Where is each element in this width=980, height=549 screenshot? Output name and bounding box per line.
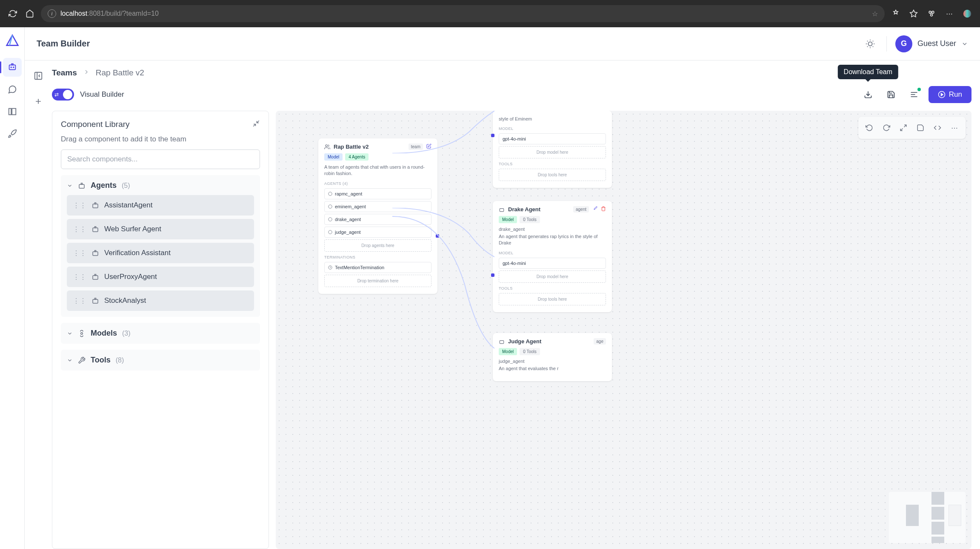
svg-rect-10	[35, 72, 42, 80]
svg-point-6	[13, 67, 14, 68]
breadcrumb: Teams Rap Battle v2	[52, 60, 971, 81]
tools-label: TOOLS	[499, 162, 606, 166]
theme-toggle-icon[interactable]	[863, 36, 878, 52]
agent-item[interactable]: rapmc_agent	[324, 188, 431, 199]
svg-point-28	[329, 230, 332, 234]
canvas-toolbar: ⋯	[858, 117, 966, 139]
drop-model-zone[interactable]: Drop model here	[499, 146, 606, 158]
more-icon[interactable]: ⋯	[943, 8, 955, 20]
drop-agents-zone[interactable]: Drop agents here	[324, 239, 431, 252]
connector[interactable]	[436, 234, 439, 238]
collections-icon[interactable]	[926, 8, 937, 20]
agent-item[interactable]: drake_agent	[324, 214, 431, 225]
browser-chrome: i localhost:8081/build/?teamId=10 ☆ ⋯	[0, 0, 980, 27]
browser-refresh-icon[interactable]	[7, 8, 19, 20]
team-node[interactable]: Rap Battle v2 team Model 4 Agents A team…	[318, 138, 437, 294]
validate-button[interactable]	[906, 86, 923, 103]
robot-icon	[91, 249, 99, 257]
svg-point-5	[11, 67, 11, 68]
left-rail	[0, 27, 25, 549]
toggle-label: Visual Builder	[80, 90, 124, 99]
svg-line-13	[257, 121, 259, 123]
browser-home-icon[interactable]	[24, 8, 36, 20]
node-description: An agent that evaluates the r	[499, 365, 606, 372]
node-title: Rap Battle v2	[334, 144, 369, 150]
copilot-icon[interactable]	[961, 8, 973, 20]
save-button[interactable]	[883, 86, 900, 103]
svg-rect-16	[93, 204, 98, 208]
library-hint: Drag a component to add it to the team	[61, 135, 260, 144]
svg-line-22	[904, 125, 906, 127]
rail-build-icon[interactable]	[3, 58, 22, 77]
run-button[interactable]: Run	[929, 86, 971, 103]
judge-agent-node[interactable]: Judge Agent age Model 0 Tools judge_agen…	[493, 333, 612, 381]
app-logo[interactable]	[4, 32, 21, 49]
chevron-down-icon	[67, 357, 73, 363]
extensions-icon[interactable]	[890, 8, 902, 20]
minimap[interactable]	[889, 492, 966, 543]
drake-agent-node[interactable]: Drake Agent agent Model 0 Tools drake_ag…	[493, 201, 612, 312]
edit-icon[interactable]	[426, 144, 431, 150]
grip-icon: ⋮⋮	[73, 297, 86, 305]
svg-point-0	[929, 11, 931, 13]
sidebar-toggle-icon[interactable]	[31, 68, 46, 83]
favorites-icon[interactable]	[908, 8, 920, 20]
agent-item[interactable]: judge_agent	[324, 227, 431, 238]
library-item[interactable]: ⋮⋮UserProxyAgent	[67, 267, 254, 287]
breadcrumb-current: Rap Battle v2	[96, 68, 144, 78]
connector[interactable]	[491, 134, 494, 137]
fullscreen-icon[interactable]	[896, 120, 911, 135]
delete-icon[interactable]	[601, 206, 606, 213]
termination-item[interactable]: TextMentionTermination	[324, 262, 431, 273]
library-item[interactable]: ⋮⋮Verification Assistant	[67, 243, 254, 263]
svg-rect-30	[500, 208, 503, 211]
svg-rect-4	[9, 65, 15, 70]
collapse-icon[interactable]	[252, 120, 260, 129]
rail-chat-icon[interactable]	[3, 80, 22, 99]
canvas[interactable]: ⋯ Rap Battle v2 team	[276, 111, 971, 549]
url-bar[interactable]: i localhost:8081/build/?teamId=10 ☆	[41, 5, 885, 22]
svg-rect-19	[93, 276, 98, 279]
library-item[interactable]: ⋮⋮AssistantAgent	[67, 195, 254, 216]
search-input[interactable]	[61, 149, 260, 169]
node-description: An agent that generates rap lyrics in th…	[499, 233, 606, 247]
agent-item[interactable]: eminem_agent	[324, 201, 431, 212]
node-description: A team of agents that chat with users in…	[324, 164, 431, 177]
breadcrumb-root[interactable]: Teams	[52, 68, 77, 78]
node-badge: team	[409, 144, 423, 150]
node-badge: agent	[573, 206, 589, 213]
eminem-agent-node[interactable]: style of Eminem MODEL gpt-4o-mini Drop m…	[493, 111, 612, 188]
more-canvas-icon[interactable]: ⋯	[947, 120, 962, 135]
library-item-label: UserProxyAgent	[104, 273, 157, 281]
library-item[interactable]: ⋮⋮Web Surfer Agent	[67, 219, 254, 239]
save-canvas-icon[interactable]	[913, 120, 928, 135]
user-menu[interactable]: G Guest User	[895, 35, 968, 52]
redo-icon[interactable]	[879, 120, 894, 135]
section-header-tools[interactable]: Tools (8)	[67, 356, 254, 365]
drop-tools-zone[interactable]: Drop tools here	[499, 169, 606, 181]
rail-deploy-icon[interactable]	[3, 124, 22, 143]
add-button[interactable]	[31, 94, 46, 109]
library-item[interactable]: ⋮⋮StockAnalyst	[67, 290, 254, 311]
robot-icon	[91, 201, 99, 209]
drop-tools-zone[interactable]: Drop tools here	[499, 293, 606, 305]
visual-builder-toggle[interactable]: ⇄	[52, 89, 74, 101]
rail-gallery-icon[interactable]	[3, 102, 22, 121]
model-item[interactable]: gpt-4o-mini	[499, 258, 606, 269]
svg-rect-31	[500, 340, 503, 343]
section-header-agents[interactable]: Agents (5)	[67, 181, 254, 190]
download-button[interactable]: Download Team	[860, 86, 877, 103]
model-item[interactable]: gpt-4o-mini	[499, 133, 606, 144]
svg-rect-18	[93, 252, 98, 256]
drop-model-zone[interactable]: Drop model here	[499, 270, 606, 283]
star-icon[interactable]: ☆	[872, 10, 878, 18]
code-icon[interactable]	[930, 120, 945, 135]
edit-icon[interactable]	[592, 206, 597, 213]
drop-termination-zone[interactable]: Drop termination here	[324, 275, 431, 287]
library-item-label: StockAnalyst	[104, 296, 146, 305]
undo-icon[interactable]	[862, 120, 877, 135]
node-title: Judge Agent	[508, 338, 541, 345]
side-column	[25, 60, 52, 549]
section-header-models[interactable]: Models (3)	[67, 329, 254, 338]
connector[interactable]	[491, 273, 494, 277]
